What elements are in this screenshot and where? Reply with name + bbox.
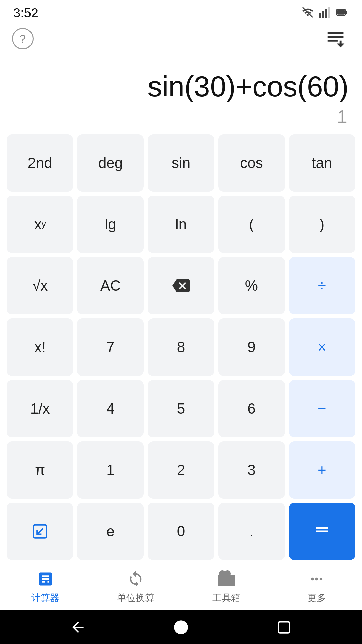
arrow-button[interactable] — [7, 503, 73, 560]
svg-rect-1 — [319, 13, 321, 18]
tan-button[interactable]: tan — [289, 134, 355, 192]
more-nav-label: 更多 — [307, 592, 326, 604]
svg-point-9 — [174, 620, 188, 634]
ln-button[interactable]: ln — [148, 196, 214, 253]
status-time: 3:52 — [13, 6, 38, 20]
percent-button[interactable]: % — [218, 257, 285, 314]
key-row-5: π123+ — [7, 441, 355, 499]
bottom-nav: 计算器单位换算工具箱更多 — [0, 564, 362, 610]
factorial-button[interactable]: x! — [7, 318, 73, 376]
system-nav — [0, 610, 362, 644]
decimal-button[interactable]: . — [218, 503, 285, 560]
signal-icon — [318, 6, 330, 20]
sqrt-button[interactable]: √x — [7, 257, 73, 314]
result-display: 1 — [337, 106, 349, 127]
nine-button[interactable]: 9 — [218, 318, 285, 376]
svg-rect-6 — [346, 11, 347, 14]
cos-button[interactable]: cos — [218, 134, 285, 192]
home-button[interactable] — [171, 617, 191, 637]
two-button[interactable]: 2 — [148, 441, 214, 499]
subtract-button[interactable]: − — [289, 380, 355, 437]
key-row-1: xylgln() — [7, 196, 355, 253]
lg-button[interactable]: lg — [77, 196, 143, 253]
pi-button[interactable]: π — [7, 441, 73, 499]
svg-rect-2 — [322, 11, 324, 18]
toolbox-nav-label: 工具箱 — [212, 592, 240, 604]
unit-converter-nav[interactable]: 单位换算 — [90, 564, 181, 610]
euler-button[interactable]: e — [77, 503, 143, 560]
key-row-2: √xAC%÷ — [7, 257, 355, 314]
svg-rect-7 — [337, 10, 345, 15]
key-row-0: 2nddegsincostan — [7, 134, 355, 192]
battery-icon — [335, 6, 349, 20]
history-button[interactable] — [323, 25, 350, 52]
close-paren-button[interactable]: ) — [289, 196, 355, 253]
six-button[interactable]: 6 — [218, 380, 285, 437]
more-nav[interactable]: 更多 — [272, 564, 362, 610]
help-button[interactable]: ? — [12, 28, 34, 49]
equals-button[interactable] — [289, 503, 355, 560]
add-button[interactable]: + — [289, 441, 355, 499]
key-row-4: 1/x456− — [7, 380, 355, 437]
svg-rect-10 — [278, 622, 289, 633]
toolbox-nav[interactable]: 工具箱 — [181, 564, 272, 610]
three-button[interactable]: 3 — [218, 441, 285, 499]
recents-button[interactable] — [274, 617, 294, 637]
svg-rect-3 — [325, 9, 327, 18]
five-button[interactable]: 5 — [148, 380, 214, 437]
status-icons — [302, 6, 349, 20]
second-fn-button[interactable]: 2nd — [7, 134, 73, 192]
deg-button[interactable]: deg — [77, 134, 143, 192]
expression-display: sin(30)+cos(60) — [147, 70, 349, 102]
back-button[interactable] — [68, 617, 88, 637]
eight-button[interactable]: 8 — [148, 318, 214, 376]
wifi-icon — [302, 6, 314, 20]
top-toolbar: ? — [0, 23, 362, 54]
key-row-3: x!789× — [7, 318, 355, 376]
keyboard: 2nddegsincostanxylgln()√xAC%÷x!789×1/x45… — [0, 127, 362, 564]
open-paren-button[interactable]: ( — [218, 196, 285, 253]
power-button[interactable]: xy — [7, 196, 73, 253]
reciprocal-button[interactable]: 1/x — [7, 380, 73, 437]
calculator-nav-label: 计算器 — [31, 592, 59, 604]
display-area: sin(30)+cos(60) 1 — [0, 54, 362, 127]
sin-button[interactable]: sin — [148, 134, 214, 192]
four-button[interactable]: 4 — [77, 380, 143, 437]
clear-button[interactable]: AC — [77, 257, 143, 314]
zero-button[interactable]: 0 — [148, 503, 214, 560]
history-icon — [325, 27, 348, 50]
calculator-nav[interactable]: 计算器 — [0, 564, 90, 610]
svg-rect-4 — [328, 7, 330, 18]
multiply-button[interactable]: × — [289, 318, 355, 376]
unit-converter-nav-label: 单位换算 — [117, 592, 155, 604]
backspace-button[interactable] — [148, 257, 214, 314]
one-button[interactable]: 1 — [77, 441, 143, 499]
key-row-6: e0. — [7, 503, 355, 560]
divide-button[interactable]: ÷ — [289, 257, 355, 314]
status-bar: 3:52 — [0, 0, 362, 23]
seven-button[interactable]: 7 — [77, 318, 143, 376]
